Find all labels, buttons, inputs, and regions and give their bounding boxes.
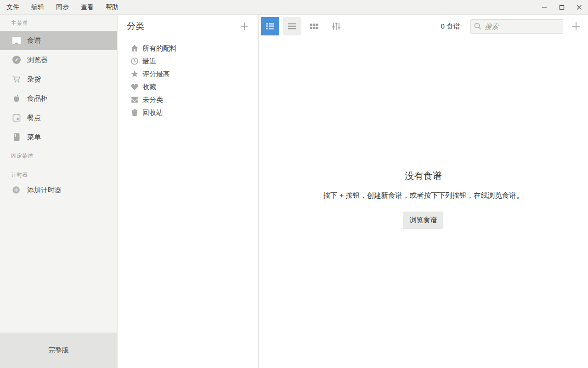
- sidebar-item-pantry[interactable]: 食品柜: [0, 89, 117, 108]
- menu-file[interactable]: 文件: [0, 0, 25, 14]
- sidebar-item-label: 菜单: [27, 133, 41, 142]
- app-window: 文件 编辑 同步 查看 帮助 主菜单 食谱: [0, 0, 588, 368]
- category-label: 所有的配料: [142, 44, 177, 53]
- clock-icon: [130, 57, 139, 65]
- apple-icon: [12, 94, 21, 103]
- recipe-count: 0 食谱: [441, 22, 460, 31]
- add-recipe-button[interactable]: [570, 20, 582, 33]
- heart-icon: [130, 83, 139, 91]
- inbox-icon: [130, 96, 139, 104]
- sidebar-item-menus[interactable]: 菜单: [0, 127, 117, 147]
- sidebar-item-meals[interactable]: 餐点: [0, 108, 117, 127]
- category-item-top-rated[interactable]: 评分最高: [118, 68, 258, 80]
- menu-view[interactable]: 查看: [75, 0, 100, 14]
- add-timer-label: 添加计时器: [27, 186, 62, 195]
- empty-state-title: 没有食谱: [323, 170, 523, 182]
- sidebar-item-recipes[interactable]: 食谱: [0, 31, 117, 50]
- view-list-button[interactable]: [283, 17, 301, 35]
- recipes-content: 没有食谱 按下 + 按钮，创建新食谱，或者按下下列按钮，在线浏览食谱。 浏览食谱: [259, 38, 588, 368]
- footer-text: 完整版: [48, 346, 69, 355]
- close-button[interactable]: [571, 0, 588, 14]
- sidebar-item-label: 餐点: [27, 114, 41, 122]
- trash-icon: [130, 109, 139, 117]
- sidebar-section-main: 主菜单: [0, 15, 117, 31]
- plus-circle-icon: [12, 186, 20, 194]
- categories-header: 分类: [118, 15, 258, 38]
- sidebar-section-timers: 计时器: [0, 171, 117, 179]
- category-item-trash[interactable]: 回收站: [118, 106, 258, 119]
- home-icon: [130, 44, 139, 52]
- sidebar-item-browser[interactable]: 浏览器: [0, 50, 117, 69]
- recipes-toolbar: 0 食谱: [259, 15, 588, 38]
- search-box: [470, 19, 563, 34]
- category-label: 收藏: [142, 83, 156, 92]
- menu-edit[interactable]: 编辑: [25, 0, 50, 14]
- add-category-button[interactable]: [239, 21, 250, 32]
- categories-title: 分类: [127, 20, 144, 32]
- recipe-icon: [12, 36, 21, 45]
- search-input[interactable]: [470, 19, 563, 34]
- book-icon: [12, 132, 21, 142]
- filters-button[interactable]: [327, 17, 345, 35]
- category-label: 回收站: [142, 109, 163, 117]
- view-grid-button[interactable]: [305, 17, 323, 35]
- empty-state-description: 按下 + 按钮，创建新食谱，或者按下下列按钮，在线浏览食谱。: [323, 191, 523, 201]
- menu-help[interactable]: 帮助: [100, 0, 124, 14]
- star-icon: [130, 70, 139, 78]
- category-item-recent[interactable]: 最近: [118, 55, 258, 68]
- minimize-button[interactable]: [536, 0, 553, 14]
- sidebar-item-label: 食品柜: [27, 94, 48, 103]
- menu-bar: 文件 编辑 同步 查看 帮助: [0, 0, 588, 15]
- category-item-uncategorized[interactable]: 未分类: [118, 93, 258, 106]
- browse-recipes-button[interactable]: 浏览食谱: [403, 212, 443, 229]
- sidebar-item-groceries[interactable]: 杂货: [0, 69, 117, 89]
- categories-list: 所有的配料 最近 评分最高: [118, 38, 258, 119]
- maximize-button[interactable]: [553, 0, 571, 14]
- menu-sync[interactable]: 同步: [50, 0, 75, 14]
- window-controls: [536, 0, 588, 14]
- sidebar-item-label: 浏览器: [27, 56, 48, 64]
- sidebar-section-pinned: 固定菜谱: [0, 152, 117, 160]
- category-label: 评分最高: [142, 70, 170, 79]
- category-item-favorites[interactable]: 收藏: [118, 80, 258, 93]
- main-sidebar: 主菜单 食谱 浏览器 杂货: [0, 15, 118, 368]
- view-detail-list-button[interactable]: [261, 17, 279, 35]
- toolbar-right: 0 食谱: [441, 19, 582, 34]
- cart-icon: [12, 75, 21, 84]
- category-label: 未分类: [142, 96, 163, 104]
- compass-icon: [12, 55, 21, 64]
- empty-state: 没有食谱 按下 + 按钮，创建新食谱，或者按下下列按钮，在线浏览食谱。 浏览食谱: [323, 170, 523, 229]
- add-timer-button[interactable]: 添加计时器: [0, 182, 117, 198]
- category-item-all-ingredients[interactable]: 所有的配料: [118, 42, 258, 55]
- main-area: 0 食谱 没有食谱 按下 + 按钮，创建新食谱，或者按下下列按钮，在线浏: [259, 15, 588, 368]
- sidebar-item-label: 食谱: [27, 36, 41, 45]
- calendar-icon: [12, 113, 21, 122]
- categories-panel: 分类 所有的配料 最近: [118, 15, 259, 368]
- sidebar-item-label: 杂货: [27, 75, 41, 84]
- full-version-label: 完整版: [0, 333, 117, 368]
- category-label: 最近: [142, 57, 156, 66]
